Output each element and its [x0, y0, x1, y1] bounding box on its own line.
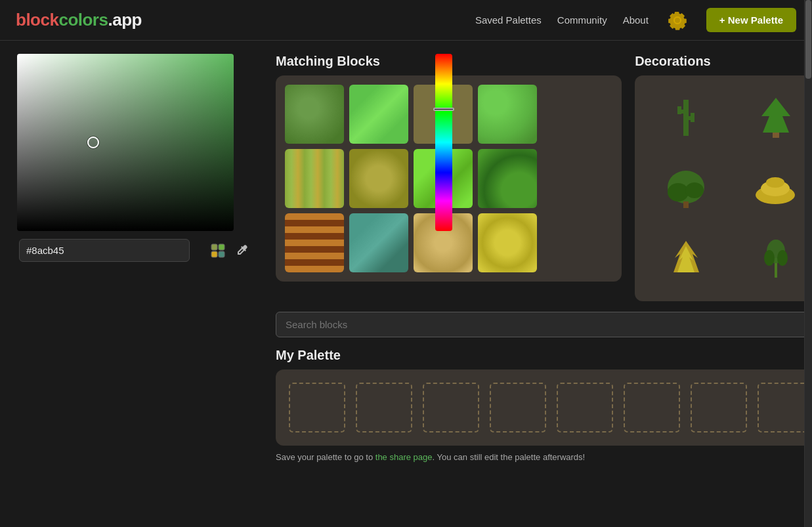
scrollbar-thumb[interactable]	[805, 0, 811, 79]
svg-marker-9	[761, 98, 790, 133]
deco-fire-icon	[668, 240, 704, 279]
block-item[interactable]	[285, 213, 344, 272]
palette-slot[interactable]	[557, 383, 613, 432]
eyedropper-button[interactable]	[232, 241, 251, 261]
block-item[interactable]	[478, 149, 537, 208]
svg-rect-10	[773, 133, 779, 138]
save-note: Save your palette to go to the share pag…	[276, 452, 812, 462]
scrollbar[interactable]	[804, 0, 812, 527]
my-palette-title: My Palette	[276, 348, 812, 363]
svg-point-12	[668, 183, 689, 201]
svg-point-22	[764, 250, 775, 266]
palette-slot[interactable]	[490, 383, 546, 432]
main-content: Matching Blocks	[0, 41, 812, 475]
svg-rect-14	[683, 201, 689, 208]
hue-indicator	[433, 108, 454, 111]
gear-icon	[667, 10, 688, 31]
logo: blockcolors.app	[16, 10, 142, 30]
palette-slot[interactable]	[691, 383, 747, 432]
block-item[interactable]	[349, 149, 408, 208]
svg-point-13	[685, 182, 704, 198]
svg-rect-4	[683, 100, 689, 136]
palette-slot[interactable]	[624, 383, 680, 432]
deco-cactus-icon	[676, 96, 696, 139]
share-page-link[interactable]: the share page	[375, 452, 433, 462]
nav: Saved Palettes Community About + New Pal…	[475, 7, 796, 33]
hue-slider[interactable]	[435, 54, 452, 231]
decoration-item[interactable]	[753, 91, 799, 144]
decorations-title: Decorations	[635, 54, 812, 69]
hex-input[interactable]	[19, 239, 190, 262]
search-input[interactable]	[276, 312, 812, 337]
palette-slot[interactable]	[289, 383, 345, 432]
decoration-item[interactable]	[753, 162, 799, 215]
block-item[interactable]	[285, 149, 344, 208]
palette-squares-icon	[211, 243, 225, 258]
deco-shrub-icon	[665, 167, 708, 210]
deco-haystack-icon	[754, 172, 797, 205]
blocks-decorations-row: Matching Blocks	[276, 54, 812, 301]
palette-slots-wrapper	[276, 369, 812, 446]
picker-group	[17, 54, 259, 231]
community-link[interactable]: Community	[557, 14, 607, 26]
palette-slot[interactable]	[356, 383, 412, 432]
about-link[interactable]: About	[623, 14, 649, 26]
decorations-section: Decorations	[635, 54, 812, 301]
new-palette-button[interactable]: + New Palette	[706, 8, 796, 32]
svg-rect-3	[219, 251, 224, 257]
svg-rect-6	[677, 106, 681, 114]
decoration-item[interactable]	[663, 91, 709, 144]
block-item[interactable]	[349, 85, 408, 144]
decoration-item[interactable]	[753, 233, 799, 285]
decorations-wrapper	[635, 75, 812, 301]
color-input-wrapper	[19, 239, 257, 262]
svg-rect-1	[219, 244, 224, 250]
deco-small-plant-icon	[763, 238, 789, 281]
saved-palettes-link[interactable]: Saved Palettes	[475, 14, 542, 26]
decoration-item[interactable]	[663, 233, 709, 285]
svg-point-23	[777, 250, 788, 266]
logo-app: .app	[108, 10, 141, 30]
palette-icon-button[interactable]	[208, 241, 228, 261]
deco-tree-icon	[756, 96, 796, 139]
color-picker-area[interactable]	[17, 54, 234, 231]
svg-point-17	[766, 177, 784, 188]
svg-rect-8	[691, 113, 694, 122]
block-item[interactable]	[349, 213, 408, 272]
eyedropper-icon	[235, 244, 248, 257]
block-item[interactable]	[285, 85, 344, 144]
color-picker-panel	[0, 54, 276, 475]
search-section	[276, 312, 812, 337]
block-item[interactable]	[478, 213, 537, 272]
svg-rect-0	[211, 244, 217, 250]
gear-button[interactable]	[664, 7, 691, 33]
palette-slot[interactable]	[423, 383, 479, 432]
logo-block: block	[16, 10, 58, 30]
block-item[interactable]	[478, 85, 537, 144]
logo-colors: colors	[58, 10, 108, 30]
color-picker-cursor	[87, 137, 99, 148]
hue-slider-container[interactable]	[435, 54, 452, 231]
right-panel: Matching Blocks	[276, 54, 812, 475]
hex-input-row	[19, 239, 257, 262]
my-palette-section: My Palette Save your palette to go to th…	[276, 348, 812, 462]
svg-rect-2	[211, 251, 217, 257]
header: blockcolors.app Saved Palettes Community…	[0, 0, 812, 41]
decoration-item[interactable]	[663, 162, 709, 215]
